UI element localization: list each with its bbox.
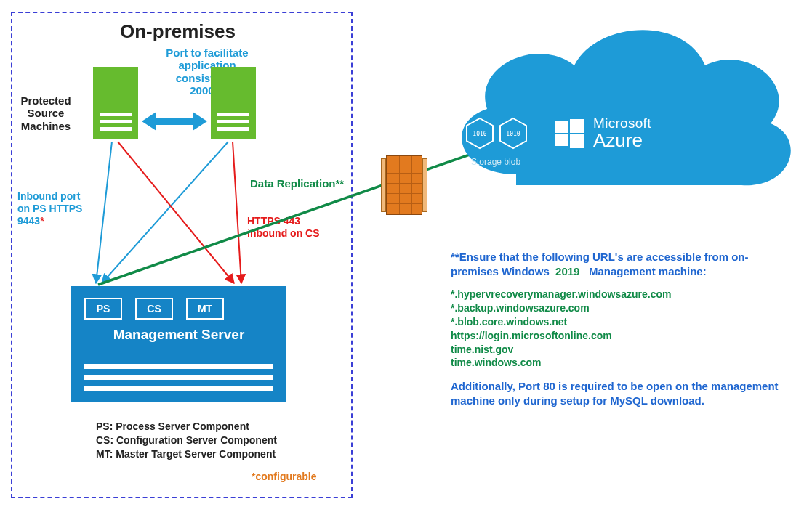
- on-premises-title: On-premises: [120, 20, 236, 43]
- inbound-l1: Inbound port: [17, 190, 97, 203]
- cloud-content: 1010 1010 Microsoft Azure: [465, 116, 771, 150]
- svg-rect-11: [570, 119, 584, 133]
- url-item: time.windows.com: [451, 356, 792, 370]
- note-year: 2019: [555, 265, 579, 277]
- azure-brand-az: Azure: [593, 131, 651, 150]
- url-list: *.hypervrecoverymanager.windowsazure.com…: [451, 288, 792, 370]
- server-bars-icon: [84, 358, 273, 391]
- protected-source-label: Protected Source Machines: [13, 94, 79, 132]
- double-arrow-icon: [142, 110, 207, 132]
- management-server-title: Management Server: [71, 327, 286, 343]
- server-icon: [211, 67, 256, 139]
- url-item: *.blob.core.windows.net: [451, 315, 792, 329]
- port-consistency-line1: Port to facilitate: [153, 46, 262, 59]
- inbound-l2: on PS HTTPS: [17, 203, 97, 215]
- management-server-icon: PS CS MT Management Server: [71, 286, 286, 402]
- component-legend: PS: Process Server Component CS: Configu…: [96, 420, 277, 461]
- protected-l1: Protected: [13, 94, 79, 107]
- url-item: *.hypervrecoverymanager.windowsazure.com: [451, 288, 792, 301]
- https-cs-label: HTTPS 443 inbound on CS: [247, 215, 334, 240]
- mgmt-cs-box: CS: [135, 298, 173, 320]
- svg-rect-10: [555, 121, 568, 133]
- data-replication-label: Data Replication**: [250, 177, 344, 190]
- server-bars-icon: [100, 109, 132, 131]
- svg-marker-0: [142, 112, 207, 131]
- server-bars-icon: [217, 109, 249, 131]
- note-heading-post: Management machine:: [589, 265, 707, 277]
- svg-text:1010: 1010: [506, 131, 520, 137]
- storage-blob-icon: 1010 1010: [465, 117, 528, 150]
- windows-logo-icon: [555, 119, 584, 148]
- svg-rect-12: [555, 134, 568, 146]
- protected-l3: Machines: [13, 120, 79, 132]
- svg-text:1010: 1010: [473, 131, 486, 137]
- mgmt-ps-box: PS: [84, 298, 122, 320]
- firewall-icon: [381, 155, 427, 215]
- url-item: *.backup.windowsazure.com: [451, 301, 792, 315]
- server-icon: [93, 67, 138, 139]
- url-item: time.nist.gov: [451, 343, 792, 357]
- url-item: https://login.microsoftonline.com: [451, 329, 792, 343]
- configurable-note: *configurable: [252, 471, 316, 482]
- azure-logo: Microsoft Azure: [555, 116, 651, 150]
- https-l1: HTTPS 443: [247, 215, 334, 227]
- mgmt-mt-box: MT: [186, 298, 224, 320]
- inbound-port: 9443: [17, 215, 40, 227]
- svg-rect-13: [570, 134, 584, 148]
- https-l2: inbound on CS: [247, 227, 334, 240]
- legend-ps: PS: Process Server Component: [96, 420, 277, 434]
- asterisk-icon: *: [40, 215, 44, 227]
- protected-l2: Source: [13, 107, 79, 119]
- storage-blob-label: Storage blob: [471, 157, 520, 167]
- legend-cs: CS: Configuration Server Component: [96, 434, 277, 447]
- url-note-heading: **Ensure that the following URL's are ac…: [451, 250, 792, 280]
- inbound-port-label: Inbound port on PS HTTPS 9443*: [17, 190, 97, 227]
- port80-note: Additionally, Port 80 is required to be …: [451, 379, 792, 409]
- azure-brand-ms: Microsoft: [593, 116, 651, 131]
- legend-mt: MT: Master Target Server Component: [96, 447, 277, 461]
